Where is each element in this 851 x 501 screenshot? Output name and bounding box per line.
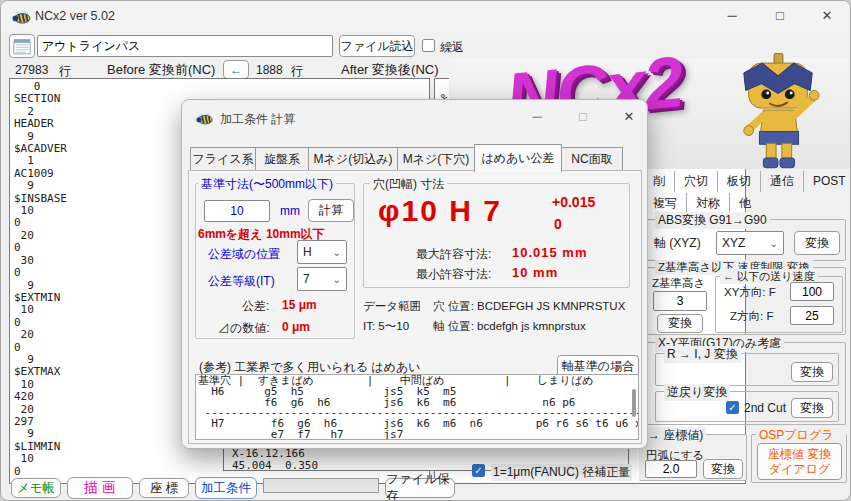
dialog-minimize-button[interactable]: ─ bbox=[524, 109, 550, 124]
progress-bar bbox=[263, 478, 379, 493]
delta-label: ⊿の数値: bbox=[218, 320, 270, 337]
repeat-label: 繰返 bbox=[440, 39, 464, 56]
after-label: After 変換後(NC) bbox=[341, 61, 439, 79]
rij-label: R → I, J 変換 bbox=[664, 346, 741, 363]
tab-mthread-depth[interactable]: Mネジ(切込み) bbox=[308, 147, 398, 171]
tab-hole-cut[interactable]: 穴切 bbox=[675, 171, 718, 192]
tab-other[interactable]: 他 bbox=[730, 193, 760, 214]
data-range-shafts: 軸 位置: bcdefgh js kmnprstux bbox=[433, 319, 586, 334]
min-size-value: 10 mm bbox=[512, 265, 558, 280]
tab-milling[interactable]: フライス系 bbox=[190, 147, 256, 171]
fit-tolerance-pane: 基準寸法(〜500mm以下) mm 計算 6mmを超え 10mm以下 公差域の位… bbox=[188, 170, 642, 444]
tab-mthread-pilot[interactable]: Mネジ(下穴) bbox=[397, 147, 475, 171]
notepad-icon bbox=[13, 38, 31, 55]
rij-convert-button[interactable]: 変換 bbox=[791, 362, 833, 382]
close-button[interactable]: ✕ bbox=[814, 8, 840, 23]
axis-label: 軸 (XYZ) bbox=[654, 235, 701, 252]
chevron-down-icon: ⌄ bbox=[770, 238, 778, 249]
maximize-button[interactable]: □ bbox=[767, 8, 793, 23]
after-line-count: 1888 bbox=[256, 63, 283, 77]
tolerance-grade-select[interactable]: 7⌄ bbox=[297, 267, 347, 291]
upper-deviation: +0.015 bbox=[552, 194, 595, 210]
arc-group-legend: → 座標値) bbox=[645, 427, 706, 444]
bee-icon bbox=[196, 111, 213, 125]
tab-cut[interactable]: 削 bbox=[644, 171, 675, 192]
dialog-close-button[interactable]: ✕ bbox=[616, 109, 642, 124]
max-size-value: 10.015 mm bbox=[512, 245, 588, 260]
xy-feed-input[interactable] bbox=[790, 282, 834, 301]
hole-dimension-group: 穴(凹幅) 寸法 φ10 H 7 +0.015 0 最大許容寸法: 10.015… bbox=[363, 183, 630, 288]
z-feed-input[interactable] bbox=[790, 306, 834, 325]
machining-condition-dialog: 加工条件 計算 ─ □ ✕ フライス系 旋盤系 Mネジ(切込み) Mネジ(下穴)… bbox=[181, 99, 648, 449]
tab-nc-chamfer[interactable]: NC面取 bbox=[561, 147, 623, 171]
z-convert-button[interactable]: 変換 bbox=[657, 314, 703, 333]
transfer-left-arrow-button[interactable]: ← bbox=[223, 60, 249, 79]
outline-path-input[interactable] bbox=[37, 35, 333, 57]
file-save-button[interactable]: ファイル保存 bbox=[385, 478, 455, 498]
basis-legend: 基準寸法(〜500mm以下) bbox=[198, 176, 336, 193]
data-range-holes: 穴 位置: BCDEFGH JS KMNPRSTUX bbox=[433, 299, 625, 314]
repeat-checkbox[interactable] bbox=[422, 39, 435, 52]
z-height-input[interactable] bbox=[653, 291, 707, 311]
tolerance-zone-label: 公差域の位置 bbox=[208, 246, 280, 263]
window-title: NCx2 ver 5.02 bbox=[35, 9, 115, 23]
mascot-image bbox=[734, 53, 822, 171]
coord-button[interactable]: 座 標 bbox=[139, 478, 189, 498]
osp-group: OSPプログラム 座標値 変換 ダイアログ bbox=[751, 434, 847, 483]
abs-convert-button[interactable]: 変換 bbox=[794, 231, 840, 255]
data-range-label: データ範囲 bbox=[363, 299, 421, 314]
tab-comm[interactable]: 通信 bbox=[761, 171, 804, 192]
lower-deviation: 0 bbox=[554, 216, 562, 232]
second-cut-checkbox[interactable]: ✓ bbox=[726, 401, 739, 414]
listbox-scrollbar[interactable] bbox=[632, 389, 636, 417]
arc-to-coord-group: → 座標値) 円弧にする 変換 bbox=[639, 434, 747, 481]
tab-post[interactable]: POST bbox=[804, 172, 850, 190]
before-label: Before 変換前(NC) bbox=[107, 61, 215, 79]
machining-condition-button[interactable]: 加工条件 bbox=[195, 477, 257, 499]
minimize-button[interactable]: ─ bbox=[719, 8, 745, 23]
reverse-subgroup: 逆戻り変換 ✓ 2nd Cut 変換 bbox=[655, 391, 839, 422]
axis-select[interactable]: XYZ⌄ bbox=[716, 231, 784, 255]
fit-reference-listbox[interactable]: 基準穴 | すきまばめ | 中間ばめ | しまりばめ H6 g5 h5 js5 … bbox=[195, 374, 639, 440]
arc-threshold-input[interactable] bbox=[645, 460, 697, 478]
basis-size-input[interactable] bbox=[204, 200, 270, 222]
chevron-down-icon: ⌄ bbox=[333, 247, 341, 258]
second-cut-label: 2nd Cut bbox=[744, 401, 786, 415]
tab-plate-cut[interactable]: 板切 bbox=[718, 171, 761, 192]
right-tab-row-1: 削穴切板切通信POST bbox=[644, 171, 850, 193]
basis-size-group: 基準寸法(〜500mm以下) mm 計算 6mmを超え 10mm以下 公差域の位… bbox=[195, 183, 355, 339]
z-feed-label: Z方向: F bbox=[730, 309, 773, 324]
tab-fit-tolerance[interactable]: はめあい公差 bbox=[474, 144, 562, 172]
tolerance-zone-select[interactable]: H⌄ bbox=[297, 240, 347, 264]
file-load-button[interactable]: ファイル読込 bbox=[339, 35, 415, 57]
osp-coord-dialog-button[interactable]: 座標値 変換 ダイアログ bbox=[757, 443, 842, 480]
fit-reference-table: 基準穴 | すきまばめ | 中間ばめ | しまりばめ H6 g5 h5 js5 … bbox=[196, 375, 638, 440]
dialog-maximize-button[interactable]: □ bbox=[570, 109, 596, 124]
tolerance-label: 公差: bbox=[242, 298, 269, 315]
arc-convert-button[interactable]: 変換 bbox=[703, 459, 743, 479]
tab-mirror[interactable]: 対称 bbox=[687, 193, 730, 214]
app-window: NCx2 ver 5.02 ─ □ ✕ ファイル読込 繰返 27983 行 Be… bbox=[0, 0, 851, 501]
xy-feed-label: XY方向: F bbox=[724, 285, 776, 300]
memo-button[interactable]: メモ帳 bbox=[11, 478, 61, 498]
draw-button[interactable]: 描 画 bbox=[67, 477, 133, 499]
abs-convert-group: ABS変換 G91→G90 軸 (XYZ) XYZ⌄ 変換 bbox=[646, 219, 846, 261]
it-range-label: IT: 5〜10 bbox=[363, 319, 409, 334]
rij-subgroup: R → I, J 変換 変換 bbox=[655, 353, 839, 386]
fit-spec-value: φ10 H 7 bbox=[378, 194, 502, 228]
reverse-convert-button[interactable]: 変換 bbox=[791, 398, 833, 418]
z-height-label: Z基準高さ bbox=[652, 276, 705, 291]
before-line-count: 27983 bbox=[15, 63, 48, 77]
min-size-label: 最小許容寸法: bbox=[416, 266, 491, 283]
tab-lathe[interactable]: 旋盤系 bbox=[255, 147, 309, 171]
tolerance-grade-label: 公差等級(IT) bbox=[208, 273, 275, 290]
notepad-button[interactable] bbox=[9, 34, 35, 58]
g17-group: X-Y平面(G17)のみ考慮 R → I, J 変換 変換 逆戻り変換 ✓ 2n… bbox=[646, 342, 846, 425]
delta-value: 0 μm bbox=[282, 320, 310, 334]
tab-copy[interactable]: 複写 bbox=[644, 193, 687, 214]
bee-icon bbox=[12, 9, 31, 24]
reverse-legend: 逆戻り変換 bbox=[664, 384, 730, 401]
calc-button[interactable]: 計算 bbox=[308, 199, 354, 222]
fanuc-label: 1=1μm(FANUC) 径補正量 bbox=[491, 464, 632, 481]
fanuc-checkbox[interactable]: ✓ bbox=[472, 464, 485, 477]
